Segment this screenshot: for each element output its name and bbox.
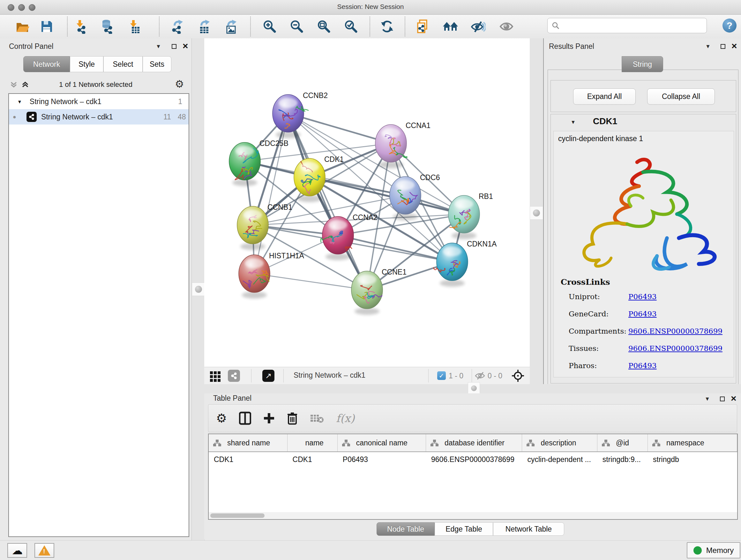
tab-network[interactable]: Network xyxy=(23,56,70,72)
crosslink-link[interactable]: P06493 xyxy=(628,310,657,318)
tab-network-table[interactable]: Network Table xyxy=(493,522,564,536)
horizontal-splitter[interactable] xyxy=(204,384,741,393)
panel-close-icon[interactable]: × xyxy=(731,43,737,49)
panel-float-icon[interactable] xyxy=(721,44,725,49)
network-node-hist1h1a[interactable] xyxy=(239,255,270,293)
network-node-cdc6[interactable] xyxy=(390,177,421,214)
network-edge[interactable] xyxy=(338,235,452,262)
column-header--id[interactable]: @id xyxy=(597,434,648,451)
table-cell[interactable]: CDK1 xyxy=(287,452,338,467)
expand-all-button[interactable]: Expand All xyxy=(573,88,636,105)
column-header-name[interactable]: name xyxy=(287,434,338,451)
tree-expander-icon[interactable]: ▼ xyxy=(17,99,22,105)
gene-expander-icon[interactable]: ▼ xyxy=(570,119,576,125)
left-splitter-handle[interactable] xyxy=(192,283,205,296)
delete-table-icon[interactable] xyxy=(310,413,324,424)
network-node-rb1[interactable] xyxy=(448,195,480,233)
network-node-ccne1[interactable] xyxy=(351,271,383,309)
memory-button[interactable]: Memory xyxy=(687,542,740,558)
search-field[interactable] xyxy=(547,18,707,33)
network-node-cdkn1a[interactable] xyxy=(434,243,468,281)
zoom-in-icon[interactable] xyxy=(261,17,279,36)
table-row[interactable]: CDK1CDK1P064939606.ENSP00000378699cyclin… xyxy=(209,452,737,467)
help-button[interactable]: ? xyxy=(723,18,737,33)
clone-network-icon[interactable] xyxy=(414,17,432,36)
houses-icon[interactable] xyxy=(442,17,460,36)
network-node-ccna2[interactable] xyxy=(321,216,354,254)
warnings-button[interactable]: ! xyxy=(35,543,54,558)
column-header-description[interactable]: description xyxy=(522,434,597,451)
network-edge[interactable] xyxy=(288,113,367,290)
table-cell[interactable]: 9606.ENSP00000378699 xyxy=(426,452,522,467)
panel-menu-caret-icon[interactable]: ▼ xyxy=(704,396,710,402)
scrollbar-thumb[interactable] xyxy=(210,513,265,518)
grid-view-icon[interactable] xyxy=(210,371,220,382)
panel-menu-caret-icon[interactable]: ▼ xyxy=(156,44,161,50)
delete-column-trash-icon[interactable] xyxy=(287,412,298,425)
crosslink-link[interactable]: 9606.ENSP00000378699 xyxy=(628,344,723,353)
network-node-cdk1[interactable] xyxy=(294,159,325,196)
export-table-icon[interactable] xyxy=(195,17,213,36)
eye-icon[interactable] xyxy=(497,17,515,36)
right-splitter[interactable] xyxy=(530,38,543,384)
tab-sets[interactable]: Sets xyxy=(143,56,172,72)
column-header-shared-name[interactable]: shared name xyxy=(209,434,287,451)
show-columns-icon[interactable] xyxy=(239,412,251,425)
create-column-plus-icon[interactable] xyxy=(263,413,275,424)
refresh-layout-icon[interactable] xyxy=(378,17,396,36)
cloud-button[interactable]: ☁ xyxy=(7,543,27,558)
selected-count-checkbox[interactable]: ✓ xyxy=(437,371,446,380)
network-row-selected[interactable]: ● String Network – cdk1 11 48 xyxy=(9,109,189,125)
table-cell[interactable]: stringdb:9... xyxy=(597,452,648,467)
save-session-icon[interactable] xyxy=(38,17,56,36)
string-view-badge-icon[interactable] xyxy=(228,370,240,382)
crosshair-icon[interactable] xyxy=(511,369,525,382)
zoom-selected-icon[interactable] xyxy=(342,17,360,36)
import-table-icon[interactable] xyxy=(125,17,143,36)
tab-select[interactable]: Select xyxy=(104,56,143,72)
import-network-icon[interactable] xyxy=(71,17,89,36)
export-image-icon[interactable] xyxy=(222,17,240,36)
export-network-icon[interactable] xyxy=(169,17,186,36)
column-header-canonical-name[interactable]: canonical name xyxy=(338,434,426,451)
horizontal-scrollbar[interactable] xyxy=(209,512,737,519)
crosslink-link[interactable]: P06493 xyxy=(628,361,657,370)
hidden-eye-slash-icon[interactable] xyxy=(475,372,486,380)
hide-unhide-eye-slash-icon[interactable] xyxy=(469,17,487,36)
tab-node-table[interactable]: Node Table xyxy=(377,522,434,536)
network-collection-row[interactable]: ▼ String Network – cdk1 1 xyxy=(9,94,189,109)
table-options-gear-icon[interactable]: ⚙ xyxy=(216,411,227,425)
column-header-namespace[interactable]: namespace xyxy=(648,434,737,451)
tab-string[interactable]: String xyxy=(622,56,663,72)
right-splitter-handle[interactable] xyxy=(530,206,543,220)
table-cell[interactable]: stringdb xyxy=(648,452,737,467)
column-header-database-identifier[interactable]: database identifier xyxy=(426,434,522,451)
open-session-icon[interactable] xyxy=(13,17,31,36)
collapse-all-button[interactable]: Collapse All xyxy=(647,88,715,105)
birds-eye-view-icon[interactable]: ↗ xyxy=(262,370,274,382)
table-cell[interactable]: P06493 xyxy=(338,452,426,467)
zoom-fit-icon[interactable] xyxy=(315,17,333,36)
table-cell[interactable]: CDK1 xyxy=(209,452,287,467)
panel-close-icon[interactable]: × xyxy=(183,43,188,49)
import-network-database-icon[interactable] xyxy=(98,17,116,36)
network-node-ccna1[interactable] xyxy=(375,125,407,162)
network-node-ccnb1[interactable] xyxy=(237,206,268,244)
network-canvas[interactable]: CCNB2CCNA1CDC25BCDK1CDC6RB1CCNB1CCNA2CDK… xyxy=(204,38,530,367)
search-input[interactable] xyxy=(560,21,698,30)
crosslink-link[interactable]: 9606.ENSP00000378699 xyxy=(628,327,723,335)
function-builder-icon[interactable]: f(x) xyxy=(336,412,354,425)
panel-close-icon[interactable]: × xyxy=(731,395,737,401)
network-edge[interactable] xyxy=(254,273,367,290)
horizontal-splitter-handle[interactable] xyxy=(468,382,480,394)
panel-menu-caret-icon[interactable]: ▼ xyxy=(705,44,711,50)
tab-edge-table[interactable]: Edge Table xyxy=(434,522,493,536)
crosslink-link[interactable]: P06493 xyxy=(628,293,657,301)
network-node-cdc25b[interactable] xyxy=(229,142,260,180)
table-cell[interactable]: cyclin-dependent ... xyxy=(522,452,597,467)
left-splitter[interactable] xyxy=(192,38,205,540)
zoom-out-icon[interactable] xyxy=(288,17,306,36)
tab-style[interactable]: Style xyxy=(70,56,104,72)
panel-float-icon[interactable] xyxy=(172,44,177,49)
panel-float-icon[interactable] xyxy=(720,396,725,401)
